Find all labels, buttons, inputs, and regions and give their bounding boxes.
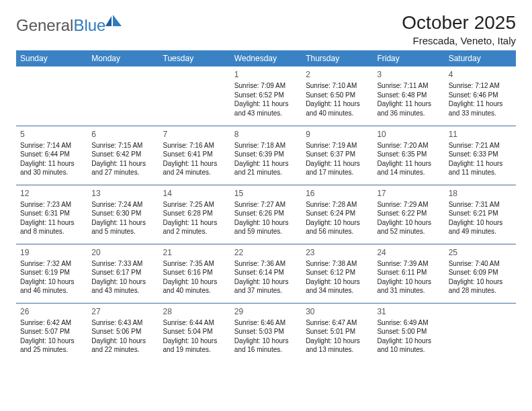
day-number: 7 bbox=[163, 129, 226, 140]
sunset-text: Sunset: 5:03 PM bbox=[234, 327, 298, 336]
calendar-day-cell: 23Sunrise: 7:38 AMSunset: 6:12 PMDayligh… bbox=[302, 244, 373, 303]
sunset-text: Sunset: 6:39 PM bbox=[234, 150, 298, 159]
daylight-text-2: and 31 minutes. bbox=[377, 286, 440, 295]
calendar-day-cell: 3Sunrise: 7:11 AMSunset: 6:48 PMDaylight… bbox=[373, 66, 444, 126]
day-number: 1 bbox=[234, 69, 298, 80]
daylight-text-1: Daylight: 11 hours bbox=[163, 159, 226, 169]
calendar-day-cell: 7Sunrise: 7:16 AMSunset: 6:41 PMDaylight… bbox=[159, 126, 230, 185]
sunrise-text: Sunrise: 6:44 AM bbox=[163, 318, 226, 328]
sunrise-text: Sunrise: 7:18 AM bbox=[234, 141, 298, 150]
weekday-header: Thursday bbox=[302, 50, 373, 66]
daylight-text-2: and 36 minutes. bbox=[377, 109, 440, 118]
calendar-day-cell: 4Sunrise: 7:12 AMSunset: 6:46 PMDaylight… bbox=[445, 66, 516, 126]
sunrise-text: Sunrise: 6:46 AM bbox=[234, 318, 298, 328]
sunrise-text: Sunrise: 7:24 AM bbox=[91, 200, 154, 210]
daylight-text-2: and 37 minutes. bbox=[234, 286, 298, 295]
weekday-header: Sunday bbox=[16, 50, 87, 66]
daylight-text-2: and 43 minutes. bbox=[91, 286, 154, 295]
calendar-day-cell: 24Sunrise: 7:39 AMSunset: 6:11 PMDayligh… bbox=[373, 244, 444, 303]
calendar-day-cell: 21Sunrise: 7:35 AMSunset: 6:16 PMDayligh… bbox=[159, 244, 230, 303]
calendar-day-cell: 19Sunrise: 7:32 AMSunset: 6:19 PMDayligh… bbox=[16, 244, 87, 303]
sails-icon bbox=[105, 15, 123, 27]
day-number: 10 bbox=[377, 129, 440, 140]
sunrise-text: Sunrise: 6:47 AM bbox=[306, 318, 369, 328]
sunset-text: Sunset: 6:35 PM bbox=[377, 150, 440, 159]
daylight-text-1: Daylight: 10 hours bbox=[20, 277, 83, 287]
sunset-text: Sunset: 6:12 PM bbox=[306, 268, 369, 277]
sunrise-text: Sunrise: 7:11 AM bbox=[377, 81, 440, 91]
sunrise-text: Sunrise: 7:20 AM bbox=[377, 141, 440, 150]
calendar-day-cell: 26Sunrise: 6:42 AMSunset: 5:07 PMDayligh… bbox=[16, 303, 87, 362]
sunrise-text: Sunrise: 7:28 AM bbox=[306, 200, 369, 210]
day-number: 17 bbox=[377, 188, 440, 199]
sunrise-text: Sunrise: 7:33 AM bbox=[91, 259, 154, 269]
calendar-day-cell: 9Sunrise: 7:19 AMSunset: 6:37 PMDaylight… bbox=[302, 126, 373, 185]
daylight-text-1: Daylight: 10 hours bbox=[449, 277, 512, 287]
sunrise-text: Sunrise: 7:16 AM bbox=[163, 141, 226, 150]
calendar-day-cell: 15Sunrise: 7:27 AMSunset: 6:26 PMDayligh… bbox=[230, 185, 302, 244]
sunrise-text: Sunrise: 7:14 AM bbox=[20, 141, 83, 150]
calendar-day-cell: 17Sunrise: 7:29 AMSunset: 6:22 PMDayligh… bbox=[373, 185, 444, 244]
calendar-header-row: SundayMondayTuesdayWednesdayThursdayFrid… bbox=[16, 50, 516, 66]
daylight-text-2: and 59 minutes. bbox=[234, 227, 298, 236]
daylight-text-2: and 43 minutes. bbox=[234, 109, 298, 118]
day-number: 27 bbox=[91, 306, 154, 317]
daylight-text-1: Daylight: 11 hours bbox=[377, 99, 440, 109]
weekday-header: Saturday bbox=[445, 50, 516, 66]
sunset-text: Sunset: 6:21 PM bbox=[449, 209, 512, 218]
daylight-text-1: Daylight: 11 hours bbox=[234, 99, 298, 109]
daylight-text-2: and 10 minutes. bbox=[377, 345, 440, 355]
calendar-day-cell: 13Sunrise: 7:24 AMSunset: 6:30 PMDayligh… bbox=[87, 185, 159, 244]
day-number: 16 bbox=[306, 188, 369, 199]
weekday-header: Wednesday bbox=[230, 50, 302, 66]
daylight-text-1: Daylight: 10 hours bbox=[377, 336, 440, 346]
day-number: 25 bbox=[449, 247, 512, 258]
day-number: 11 bbox=[449, 129, 512, 140]
daylight-text-2: and 33 minutes. bbox=[449, 109, 512, 118]
day-number: 3 bbox=[377, 69, 440, 80]
day-number: 14 bbox=[163, 188, 226, 199]
calendar-day-cell: 11Sunrise: 7:21 AMSunset: 6:33 PMDayligh… bbox=[445, 126, 516, 185]
sunrise-text: Sunrise: 7:19 AM bbox=[306, 141, 369, 150]
day-number: 13 bbox=[91, 188, 154, 199]
calendar-empty-cell bbox=[16, 66, 87, 126]
daylight-text-2: and 22 minutes. bbox=[91, 345, 154, 355]
day-number: 23 bbox=[306, 247, 369, 258]
header: GeneralBlue October 2025 Frescada, Venet… bbox=[16, 12, 516, 46]
sunrise-text: Sunrise: 6:49 AM bbox=[377, 318, 440, 328]
sunrise-text: Sunrise: 7:31 AM bbox=[449, 200, 512, 210]
logo-text: GeneralBlue bbox=[16, 16, 105, 35]
daylight-text-2: and 27 minutes. bbox=[91, 168, 154, 177]
sunrise-text: Sunrise: 7:39 AM bbox=[377, 259, 440, 269]
sunset-text: Sunset: 6:22 PM bbox=[377, 209, 440, 218]
weekday-header: Friday bbox=[373, 50, 444, 66]
daylight-text-1: Daylight: 11 hours bbox=[449, 99, 512, 109]
sunset-text: Sunset: 6:14 PM bbox=[234, 268, 298, 277]
daylight-text-1: Daylight: 11 hours bbox=[20, 218, 83, 228]
daylight-text-1: Daylight: 11 hours bbox=[449, 159, 512, 169]
daylight-text-1: Daylight: 10 hours bbox=[449, 218, 512, 228]
daylight-text-1: Daylight: 11 hours bbox=[163, 218, 226, 228]
sunset-text: Sunset: 5:06 PM bbox=[91, 327, 154, 336]
sunrise-text: Sunrise: 6:43 AM bbox=[91, 318, 154, 328]
day-number: 5 bbox=[20, 129, 83, 140]
daylight-text-1: Daylight: 10 hours bbox=[234, 336, 298, 346]
daylight-text-2: and 2 minutes. bbox=[163, 227, 226, 236]
calendar-day-cell: 8Sunrise: 7:18 AMSunset: 6:39 PMDaylight… bbox=[230, 126, 302, 185]
daylight-text-1: Daylight: 10 hours bbox=[20, 336, 83, 346]
sunset-text: Sunset: 6:16 PM bbox=[163, 268, 226, 277]
daylight-text-1: Daylight: 10 hours bbox=[91, 277, 154, 287]
daylight-text-1: Daylight: 11 hours bbox=[20, 159, 83, 169]
sunrise-text: Sunrise: 7:27 AM bbox=[234, 200, 298, 210]
sunrise-text: Sunrise: 7:12 AM bbox=[449, 81, 512, 91]
day-number: 19 bbox=[20, 247, 83, 258]
day-number: 24 bbox=[377, 247, 440, 258]
sunrise-text: Sunrise: 7:23 AM bbox=[20, 200, 83, 210]
calendar-day-cell: 28Sunrise: 6:44 AMSunset: 5:04 PMDayligh… bbox=[159, 303, 230, 362]
daylight-text-1: Daylight: 10 hours bbox=[163, 277, 226, 287]
sunset-text: Sunset: 6:24 PM bbox=[306, 209, 369, 218]
sunrise-text: Sunrise: 7:32 AM bbox=[20, 259, 83, 269]
sunset-text: Sunset: 6:41 PM bbox=[163, 150, 226, 159]
sunrise-text: Sunrise: 6:42 AM bbox=[20, 318, 83, 328]
calendar-week-row: 19Sunrise: 7:32 AMSunset: 6:19 PMDayligh… bbox=[16, 244, 516, 303]
